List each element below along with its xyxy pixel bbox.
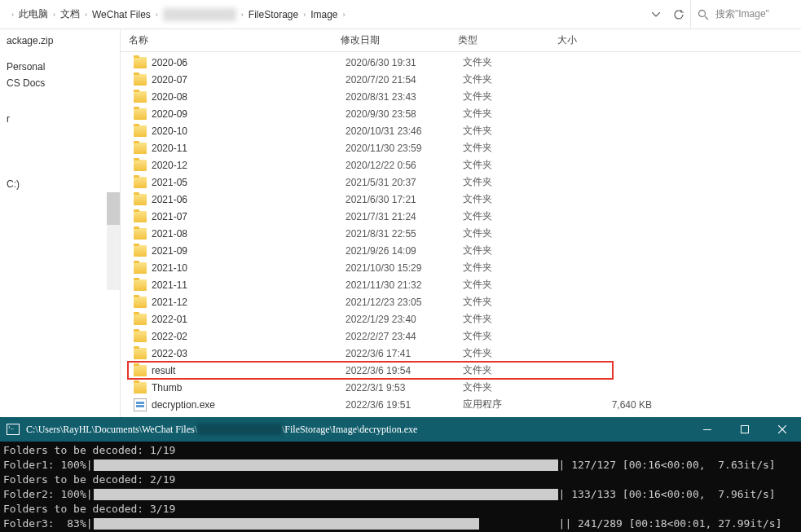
file-row[interactable]: 2020-092020/9/30 23:58文件夹 [121,105,801,122]
file-row[interactable]: 2021-092021/9/26 14:09文件夹 [121,242,801,259]
cell-type: 文件夹 [463,261,562,275]
terminal-title-suffix: \FileStorage\Image\decryption.exe [282,424,417,436]
search-placeholder: 搜索"Image" [715,7,769,21]
sidebar-item[interactable]: r [0,111,120,127]
chevron-right-icon[interactable]: › [53,11,55,19]
sidebar-item[interactable]: CS Docs [0,75,120,91]
refresh-icon[interactable] [667,3,690,26]
sidebar: ackage.zipPersonalCS DocsrC:) [0,29,121,417]
file-row[interactable]: 2020-102020/10/31 23:46文件夹 [121,122,801,139]
cell-name: 2021-10 [152,262,345,274]
col-header-name[interactable]: 名称 [129,33,341,47]
file-row[interactable]: 2021-082021/8/31 22:55文件夹 [121,225,801,242]
col-header-type[interactable]: 类型 [458,33,557,47]
cell-type: 文件夹 [463,226,562,240]
col-header-date[interactable]: 修改日期 [341,33,458,47]
sidebar-item[interactable]: Personal [0,59,120,75]
cell-type: 文件夹 [463,209,562,223]
chevron-right-icon[interactable]: › [11,11,14,19]
cell-name: 2021-12 [152,297,345,308]
cell-name: 2020-11 [152,143,345,154]
file-row[interactable]: 2020-062020/6/30 19:31文件夹 [121,54,801,71]
chevron-right-icon[interactable]: › [303,11,306,19]
folder-icon [134,262,147,274]
cell-name: 2020-10 [152,125,345,137]
file-row[interactable]: 2021-102021/10/30 15:29文件夹 [121,259,801,276]
terminal-titlebar[interactable]: C:\Users\RayHL\Documents\WeChat Files\ x… [0,417,801,442]
file-row[interactable]: decryption.exe2022/3/6 19:51应用程序7,640 KB [121,396,801,413]
file-row[interactable]: 2021-052021/5/31 20:37文件夹 [121,174,801,191]
cell-date: 2020/8/31 23:43 [345,91,463,103]
cell-name: 2020-06 [152,57,345,68]
cell-name: Thumb [152,382,345,394]
cell-name: 2020-12 [152,160,345,171]
breadcrumb[interactable]: ›此电脑›文档›WeChat Files›xxxxx›FileStorage›I… [0,0,645,29]
cell-name: 2020-07 [152,74,345,86]
cmd-icon [7,424,20,435]
folder-icon [134,57,147,68]
cell-date: 2021/9/26 14:09 [345,245,463,257]
terminal-window: C:\Users\RayHL\Documents\WeChat Files\ x… [0,417,801,532]
file-row[interactable]: 2020-082020/8/31 23:43文件夹 [121,88,801,105]
col-header-size[interactable]: 大小 [557,33,655,47]
file-row[interactable]: 2020-112020/11/30 23:59文件夹 [121,139,801,156]
file-row[interactable]: 2021-072021/7/31 21:24文件夹 [121,208,801,225]
file-row[interactable]: Thumb2022/3/1 9:53文件夹 [121,379,801,396]
svg-point-0 [699,10,706,16]
file-row[interactable]: 2022-012022/1/29 23:40文件夹 [121,310,801,328]
chevron-right-icon[interactable]: › [156,11,158,19]
folder-icon [134,228,147,240]
terminal-line: Folder2: 100%|| 133/133 [00:16<00:00, 7.… [3,487,798,502]
cell-type: 文件夹 [463,312,562,326]
cell-type: 文件夹 [463,244,562,257]
breadcrumb-item[interactable]: FileStorage [249,9,298,20]
cell-type: 文件夹 [463,363,562,377]
file-row[interactable]: 2020-072020/7/20 21:54文件夹 [121,71,801,88]
chevron-right-icon[interactable]: › [343,11,345,19]
cell-type: 文件夹 [463,90,562,103]
maximize-button[interactable] [726,417,764,442]
breadcrumb-item[interactable]: 文档 [60,7,80,21]
folder-icon [134,108,147,120]
breadcrumb-item[interactable]: 此电脑 [19,7,48,21]
sidebar-item [0,91,120,101]
cell-name: 2022-03 [152,348,345,359]
cell-name: 2021-05 [152,177,345,188]
cell-type: 文件夹 [463,329,562,343]
column-headers: 名称 修改日期 类型 大小 [121,29,801,52]
svg-rect-3 [742,426,749,433]
cell-type: 文件夹 [463,107,562,121]
close-button[interactable] [764,417,801,442]
file-row[interactable]: 2022-022022/2/27 23:44文件夹 [121,328,801,345]
file-row[interactable]: 2020-122020/12/22 0:56文件夹 [121,156,801,174]
sidebar-item [0,156,120,166]
file-row[interactable]: result2022/3/6 19:54文件夹 [121,362,801,379]
cell-date: 2020/12/22 0:56 [345,160,463,171]
breadcrumb-item[interactable]: WeChat Files [92,9,151,20]
breadcrumb-item[interactable]: Image [310,9,337,20]
file-row[interactable]: 2021-062021/6/30 17:21文件夹 [121,191,801,208]
cell-name: 2022-02 [152,331,345,342]
cell-type: 文件夹 [463,175,562,189]
minimize-button[interactable] [689,417,726,442]
sidebar-item [0,49,120,59]
exe-icon [134,398,147,411]
file-row[interactable]: 2021-122021/12/23 23:05文件夹 [121,293,801,310]
chevron-right-icon[interactable]: › [85,11,87,19]
file-row[interactable]: 2022-032022/3/6 17:41文件夹 [121,345,801,362]
terminal-line: Folder3: 83%||| 241/289 [00:18<00:01, 27… [3,517,798,531]
scrollbar[interactable] [107,192,120,290]
cell-date: 2021/5/31 20:37 [345,177,463,188]
dropdown-icon[interactable] [645,3,667,26]
file-row[interactable]: 2021-112021/11/30 21:32文件夹 [121,276,801,293]
search-input[interactable]: 搜索"Image" [690,0,801,29]
breadcrumb-item[interactable]: xxxxx [163,8,236,21]
sidebar-item[interactable]: ackage.zip [0,33,120,49]
terminal-line: Folder1: 100%|| 127/127 [00:16<00:00, 7.… [3,458,798,473]
cell-name: 2020-08 [152,91,345,103]
sidebar-item [0,166,120,176]
svg-rect-2 [703,429,711,430]
sidebar-item[interactable]: C:) [0,176,120,192]
chevron-right-icon[interactable]: › [241,11,244,19]
cell-type: 文件夹 [463,278,562,292]
